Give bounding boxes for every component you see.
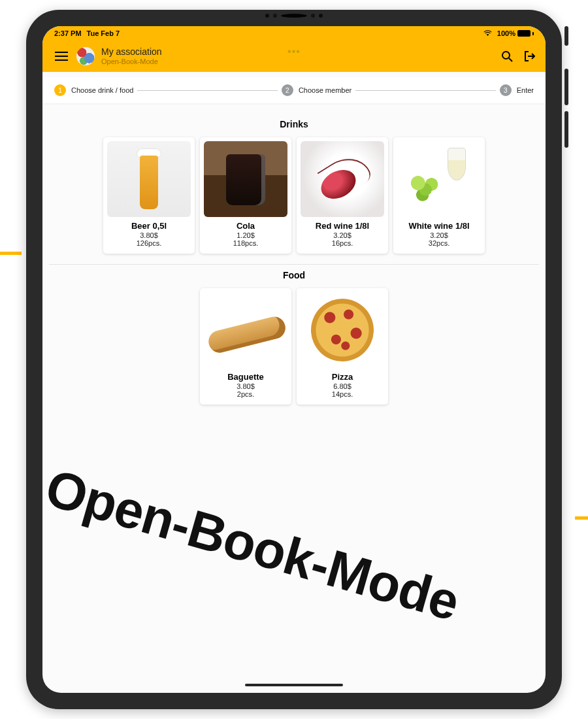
step-label: Enter <box>517 86 534 94</box>
step-label: Choose member <box>299 86 351 94</box>
section-title-drinks: Drinks <box>49 119 539 129</box>
step-number: 1 <box>54 84 66 96</box>
product-image <box>204 292 287 368</box>
svg-rect-2 <box>55 59 68 61</box>
step-choose-member[interactable]: 2 Choose member <box>282 84 351 96</box>
product-qty: 16pcs. <box>301 239 384 247</box>
step-label: Choose drink / food <box>71 86 133 94</box>
device-power-button <box>564 26 568 46</box>
product-qty: 32pcs. <box>397 239 481 247</box>
search-button[interactable] <box>496 45 518 67</box>
device-screen: ••• 2:37 PM Tue Feb 7 100% <box>42 26 546 693</box>
device-sensors <box>265 14 323 18</box>
drinks-grid: Beer 0,5l 3.80$ 126pcs. Cola 1.20$ 118pc… <box>49 137 539 254</box>
step-connector <box>137 90 278 91</box>
status-time: 2:37 PM <box>54 29 82 37</box>
product-qty: 14pcs. <box>301 390 384 398</box>
wifi-icon <box>483 30 492 37</box>
product-qty: 2pcs. <box>204 390 287 398</box>
product-name: Cola <box>204 221 287 231</box>
product-card-pizza[interactable]: Pizza 6.80$ 14pcs. <box>297 288 388 405</box>
product-image <box>397 141 481 217</box>
food-grid: Baguette 3.80$ 2pcs. Pizza 6.80$ 14pcs. <box>49 288 539 405</box>
product-qty: 118pcs. <box>204 239 287 247</box>
page-accent-stripe <box>575 516 588 520</box>
product-image <box>301 292 384 368</box>
step-choose-drink-food[interactable]: 1 Choose drink / food <box>54 84 133 96</box>
status-date: Tue Feb 7 <box>87 29 120 37</box>
product-name: Red wine 1/8l <box>301 221 384 231</box>
step-enter[interactable]: 3 Enter <box>500 84 534 96</box>
header-title-block: My association Open-Book-Mode <box>101 46 162 66</box>
section-divider <box>49 264 539 265</box>
product-name: Beer 0,5l <box>107 221 191 231</box>
product-image <box>204 141 287 217</box>
content-scroll[interactable]: Drinks Beer 0,5l 3.80$ 126pcs. Cola 1.20… <box>42 103 546 693</box>
product-price: 3.80$ <box>204 382 287 390</box>
svg-line-4 <box>509 58 512 61</box>
svg-rect-1 <box>55 56 68 57</box>
product-name: White wine 1/8l <box>397 221 481 231</box>
page-accent-stripe <box>0 252 22 255</box>
search-icon <box>501 50 513 62</box>
product-image <box>107 141 191 217</box>
product-qty: 126pcs. <box>107 239 191 247</box>
home-indicator[interactable] <box>245 684 343 686</box>
device-volume-down <box>564 111 568 148</box>
header-title: My association <box>101 46 162 58</box>
logout-icon <box>523 50 535 62</box>
product-card-white-wine[interactable]: White wine 1/8l 3.20$ 32pcs. <box>393 137 485 254</box>
product-name: Pizza <box>301 372 384 382</box>
status-bar: 2:37 PM Tue Feb 7 100% <box>42 26 546 41</box>
device-volume-up <box>564 69 568 105</box>
stepper: 1 Choose drink / food 2 Choose member 3 … <box>42 77 546 103</box>
product-card-baguette[interactable]: Baguette 3.80$ 2pcs. <box>200 288 291 405</box>
product-card-beer[interactable]: Beer 0,5l 3.80$ 126pcs. <box>103 137 195 254</box>
product-price: 1.20$ <box>204 231 287 239</box>
section-title-food: Food <box>49 270 539 280</box>
product-card-red-wine[interactable]: Red wine 1/8l 3.20$ 16pcs. <box>297 137 388 254</box>
product-price: 3.20$ <box>301 231 384 239</box>
menu-button[interactable] <box>50 45 73 67</box>
product-price: 6.80$ <box>301 382 384 390</box>
product-image <box>301 141 384 217</box>
hamburger-icon <box>55 52 68 61</box>
step-number: 3 <box>500 84 512 96</box>
battery-level: 100% <box>497 29 515 37</box>
multitask-indicator-icon: ••• <box>287 46 301 58</box>
product-price: 3.20$ <box>397 231 481 239</box>
step-number: 2 <box>282 84 293 96</box>
product-price: 3.80$ <box>107 231 191 239</box>
header-subtitle: Open-Book-Mode <box>101 58 162 66</box>
product-name: Baguette <box>204 372 287 382</box>
svg-rect-0 <box>55 52 68 53</box>
battery-indicator: 100% <box>497 29 534 37</box>
svg-point-3 <box>502 52 510 59</box>
logout-button[interactable] <box>518 45 540 67</box>
step-connector <box>355 90 496 91</box>
product-card-cola[interactable]: Cola 1.20$ 118pcs. <box>200 137 291 254</box>
avatar[interactable] <box>76 47 95 65</box>
device-frame: ••• 2:37 PM Tue Feb 7 100% <box>26 10 562 709</box>
